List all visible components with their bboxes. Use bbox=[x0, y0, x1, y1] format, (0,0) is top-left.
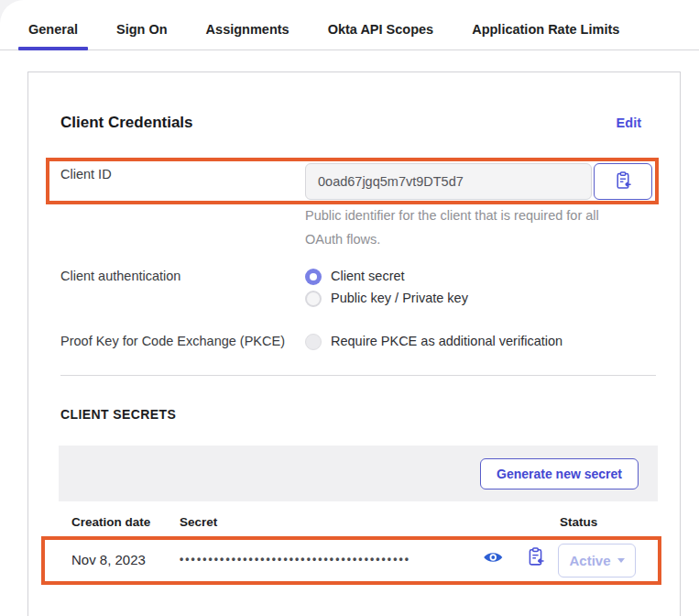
client-secret-radio[interactable] bbox=[305, 269, 322, 285]
general-settings-card: Client Credentials Edit Client ID 0oad67… bbox=[27, 72, 681, 616]
eye-icon bbox=[483, 552, 504, 567]
client-id-label: Client ID bbox=[60, 167, 112, 182]
edit-link[interactable]: Edit bbox=[617, 116, 641, 130]
client-secret-radio-label[interactable]: Client secret bbox=[331, 269, 405, 283]
secret-status-dropdown[interactable]: Active bbox=[558, 544, 636, 578]
require-pkce-checkbox[interactable] bbox=[305, 334, 322, 350]
clipboard-copy-icon bbox=[526, 554, 545, 569]
status-label: Active bbox=[569, 553, 610, 568]
okta-app-settings-page: General Sign On Assignments Okta API Sco… bbox=[0, 0, 699, 616]
caret-down-icon bbox=[617, 558, 625, 563]
client-id-field[interactable]: 0oad67jgq5m7vt9DT5d7 bbox=[305, 163, 592, 200]
secret-creation-date: Nov 8, 2023 bbox=[71, 552, 146, 567]
copy-secret-button[interactable] bbox=[526, 546, 546, 568]
client-secrets-title: CLIENT SECRETS bbox=[60, 407, 176, 422]
tab-assignments[interactable]: Assignments bbox=[202, 20, 293, 49]
section-divider bbox=[60, 375, 656, 376]
client-authentication-label: Client authentication bbox=[60, 269, 180, 283]
tab-application-rate-limits[interactable]: Application Rate Limits bbox=[468, 20, 623, 49]
tab-general[interactable]: General bbox=[25, 20, 82, 49]
public-private-key-radio-label[interactable]: Public key / Private key bbox=[331, 291, 468, 305]
pkce-label: Proof Key for Code Exchange (PKCE) bbox=[60, 334, 285, 348]
generate-new-secret-button[interactable]: Generate new secret bbox=[480, 458, 639, 490]
tab-bar-divider bbox=[0, 50, 699, 50]
column-header-creation-date: Creation date bbox=[71, 515, 150, 529]
reveal-secret-button[interactable] bbox=[483, 550, 505, 566]
column-header-secret: Secret bbox=[180, 515, 217, 529]
client-secrets-toolbar: Generate new secret bbox=[59, 446, 658, 501]
client-credentials-title: Client Credentials bbox=[60, 114, 193, 132]
copy-client-id-button[interactable] bbox=[594, 163, 652, 200]
column-header-status: Status bbox=[560, 515, 597, 529]
public-private-key-radio[interactable] bbox=[305, 291, 322, 307]
require-pkce-checkbox-label[interactable]: Require PKCE as additional verification bbox=[331, 334, 562, 348]
tab-okta-api-scopes[interactable]: Okta API Scopes bbox=[324, 20, 438, 49]
client-id-help-text: Public identifier for the client that is… bbox=[305, 204, 613, 251]
tab-bar: General Sign On Assignments Okta API Sco… bbox=[25, 20, 623, 49]
tab-sign-on[interactable]: Sign On bbox=[113, 20, 171, 49]
clipboard-copy-icon bbox=[614, 170, 632, 193]
secret-masked-value: •••••••••••••••••••••••••••••••••••••••• bbox=[180, 553, 482, 566]
